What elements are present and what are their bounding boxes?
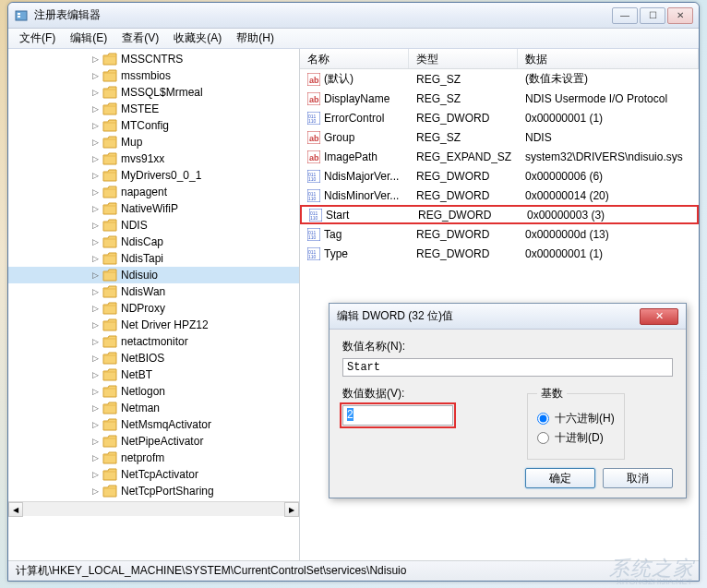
tree-item-label: netactmonitor xyxy=(121,335,188,348)
tree-item[interactable]: ▷NetTcpPortSharing xyxy=(8,483,299,499)
tree-expand-icon[interactable]: ▷ xyxy=(90,236,101,247)
tree-item-label: NetBIOS xyxy=(121,352,164,365)
tree-item[interactable]: ▷Netman xyxy=(8,400,299,416)
registry-value-row[interactable]: abGroupREG_SZNDIS xyxy=(300,127,699,147)
menu-favorites[interactable]: 收藏夹(A) xyxy=(166,29,229,48)
value-type-cell: REG_EXPAND_SZ xyxy=(409,149,518,165)
radix-dec-radio[interactable]: 十进制(D) xyxy=(537,430,615,446)
menu-edit[interactable]: 编辑(E) xyxy=(63,29,114,48)
value-name: ImagePath xyxy=(324,150,377,163)
tree-item[interactable]: ▷MSSQL$Mrmeal xyxy=(8,84,299,101)
tree-expand-icon[interactable]: ▷ xyxy=(90,336,101,347)
minimize-button[interactable]: — xyxy=(612,7,638,24)
dialog-titlebar[interactable]: 编辑 DWORD (32 位)值 ✕ xyxy=(330,304,686,330)
tree-item[interactable]: ▷netprofm xyxy=(8,450,299,466)
tree-expand-icon[interactable]: ▷ xyxy=(90,452,101,463)
tree-item-label: mssmbios xyxy=(121,69,171,82)
tree-expand-icon[interactable]: ▷ xyxy=(90,286,101,297)
tree-item[interactable]: ▷NetBIOS xyxy=(8,350,299,366)
ok-button[interactable]: 确定 xyxy=(525,468,595,488)
tree-item[interactable]: ▷MSSCNTRS xyxy=(8,51,299,67)
tree-expand-icon[interactable]: ▷ xyxy=(90,402,101,414)
registry-value-row[interactable]: ab(默认)REG_SZ(数值未设置) xyxy=(300,69,699,89)
radix-dec-input[interactable] xyxy=(537,432,549,444)
tree-panel[interactable]: ▷MSSCNTRS▷mssmbios▷MSSQL$Mrmeal▷MSTEE▷MT… xyxy=(8,49,300,560)
dialog-close-button[interactable]: ✕ xyxy=(640,308,678,325)
tree-item[interactable]: ▷NetPipeActivator xyxy=(8,433,299,450)
menu-help[interactable]: 帮助(H) xyxy=(229,29,282,48)
close-button[interactable]: ✕ xyxy=(667,7,693,24)
svg-text:110: 110 xyxy=(308,254,317,259)
tree-item[interactable]: ▷NetMsmqActivator xyxy=(8,416,299,433)
tree-expand-icon[interactable]: ▷ xyxy=(90,54,101,65)
titlebar[interactable]: 注册表编辑器 — ☐ ✕ xyxy=(8,3,699,29)
radix-hex-radio[interactable]: 十六进制(H) xyxy=(537,411,615,426)
tree-expand-icon[interactable]: ▷ xyxy=(90,486,101,497)
tree-expand-icon[interactable]: ▷ xyxy=(90,436,101,447)
tree-item[interactable]: ▷napagent xyxy=(8,184,299,200)
tree-expand-icon[interactable]: ▷ xyxy=(90,203,101,214)
tree-item[interactable]: ▷mvs91xx xyxy=(8,150,299,167)
menu-file[interactable]: 文件(F) xyxy=(12,29,63,48)
tree-item[interactable]: ▷Netlogon xyxy=(8,383,299,400)
tree-expand-icon[interactable]: ▷ xyxy=(90,153,101,164)
tree-item[interactable]: ▷NdisWan xyxy=(8,283,299,300)
tree-expand-icon[interactable]: ▷ xyxy=(90,103,101,114)
registry-value-row[interactable]: abDisplayNameREG_SZNDIS Usermode I/O Pro… xyxy=(300,89,699,108)
tree-expand-icon[interactable]: ▷ xyxy=(90,369,101,380)
tree-item[interactable]: ▷Mup xyxy=(8,134,299,150)
tree-expand-icon[interactable]: ▷ xyxy=(90,319,101,330)
tree-expand-icon[interactable]: ▷ xyxy=(90,469,101,480)
tree-item[interactable]: ▷MSTEE xyxy=(8,101,299,117)
registry-value-row[interactable]: 011110StartREG_DWORD0x00000003 (3) xyxy=(300,205,699,224)
tree-expand-icon[interactable]: ▷ xyxy=(90,270,101,281)
tree-item[interactable]: ▷NDProxy xyxy=(8,300,299,317)
tree-item-label: Netlogon xyxy=(121,385,165,398)
tree-item[interactable]: ▷NetTcpActivator xyxy=(8,466,299,483)
tree-item[interactable]: ▷mssmbios xyxy=(8,67,299,84)
col-header-data[interactable]: 数据 xyxy=(518,49,699,68)
tree-item[interactable]: ▷NdisCap xyxy=(8,234,299,250)
col-header-type[interactable]: 类型 xyxy=(409,49,518,68)
registry-value-row[interactable]: 011110NdisMinorVer...REG_DWORD0x00000014… xyxy=(300,186,699,205)
tree-item[interactable]: ▷netactmonitor xyxy=(8,333,299,350)
tree-scrollbar-h[interactable]: ◀ ▶ xyxy=(8,501,299,516)
tree-expand-icon[interactable]: ▷ xyxy=(90,186,101,198)
tree-item[interactable]: ▷Ndisuio xyxy=(8,267,299,283)
tree-expand-icon[interactable]: ▷ xyxy=(90,137,101,148)
registry-value-row[interactable]: abImagePathREG_EXPAND_SZsystem32\DRIVERS… xyxy=(300,147,699,166)
tree-expand-icon[interactable]: ▷ xyxy=(90,419,101,430)
tree-item[interactable]: ▷NetBT xyxy=(8,366,299,383)
tree-item[interactable]: ▷MTConfig xyxy=(8,117,299,134)
value-data-input[interactable]: 2 xyxy=(342,405,453,426)
tree-item[interactable]: ▷Net Driver HPZ12 xyxy=(8,317,299,333)
tree-item-label: MSTEE xyxy=(121,102,159,115)
tree-expand-icon[interactable]: ▷ xyxy=(90,220,101,231)
scroll-left-icon[interactable]: ◀ xyxy=(8,502,23,517)
tree-expand-icon[interactable]: ▷ xyxy=(90,253,101,264)
tree-item[interactable]: ▷NdisTapi xyxy=(8,250,299,267)
col-header-name[interactable]: 名称 xyxy=(300,49,409,68)
registry-value-row[interactable]: 011110ErrorControlREG_DWORD0x00000001 (1… xyxy=(300,108,699,127)
tree-item[interactable]: ▷NDIS xyxy=(8,217,299,234)
radix-hex-input[interactable] xyxy=(537,413,549,425)
registry-value-row[interactable]: 011110NdisMajorVer...REG_DWORD0x00000006… xyxy=(300,166,699,186)
registry-value-row[interactable]: 011110TypeREG_DWORD0x00000001 (1) xyxy=(300,244,699,263)
svg-rect-2 xyxy=(18,16,20,18)
dialog-footer: 确定 取消 xyxy=(525,468,673,488)
scroll-right-icon[interactable]: ▶ xyxy=(284,502,299,517)
tree-expand-icon[interactable]: ▷ xyxy=(90,120,101,131)
tree-expand-icon[interactable]: ▷ xyxy=(90,353,101,364)
scroll-track[interactable] xyxy=(23,502,284,516)
menu-view[interactable]: 查看(V) xyxy=(114,29,166,48)
tree-item[interactable]: ▷NativeWifiP xyxy=(8,200,299,217)
tree-expand-icon[interactable]: ▷ xyxy=(90,386,101,397)
registry-value-row[interactable]: 011110TagREG_DWORD0x0000000d (13) xyxy=(300,224,699,244)
cancel-button[interactable]: 取消 xyxy=(603,468,673,488)
maximize-button[interactable]: ☐ xyxy=(640,7,665,24)
tree-expand-icon[interactable]: ▷ xyxy=(90,87,101,98)
tree-expand-icon[interactable]: ▷ xyxy=(90,303,101,314)
tree-expand-icon[interactable]: ▷ xyxy=(90,70,101,81)
tree-item[interactable]: ▷MyDrivers0_0_1 xyxy=(8,167,299,184)
tree-expand-icon[interactable]: ▷ xyxy=(90,170,101,181)
